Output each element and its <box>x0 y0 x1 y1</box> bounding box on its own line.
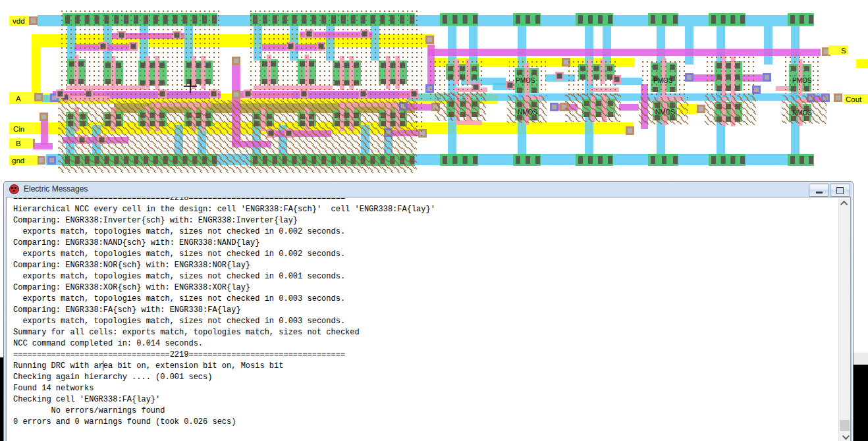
transistor-label-nmos: NMOS <box>518 109 537 116</box>
transistor-label-pmos: PMOS <box>653 77 673 84</box>
electric-desktop: vddACinBgndSCoutPMOSPMOSPMOSNMOSNMOSNMOS… <box>0 0 868 441</box>
minimize-button[interactable] <box>809 184 829 197</box>
port-label-a[interactable]: A <box>9 92 34 103</box>
text-caret <box>103 361 103 371</box>
scrollbar-thumb[interactable] <box>840 420 850 431</box>
transistor-label-nmos: NMOS <box>792 109 812 117</box>
messages-log[interactable]: =================================2218===… <box>7 197 838 441</box>
port-label-gnd[interactable]: gnd <box>9 155 38 165</box>
chevron-up-icon <box>840 200 847 207</box>
svg-text:A: A <box>16 95 21 103</box>
port-label-b[interactable]: B <box>9 138 33 148</box>
vertical-scrollbar[interactable] <box>838 197 850 441</box>
messages-content: =================================2218===… <box>6 197 851 441</box>
port-label-cout[interactable]: Cout <box>844 94 868 103</box>
svg-text:Cout: Cout <box>846 95 862 103</box>
svg-text:B: B <box>16 140 21 147</box>
transistor-label-pmos: PMOS <box>792 77 812 84</box>
svg-text:S: S <box>841 47 846 55</box>
background-window-edge <box>854 351 868 366</box>
svg-text:vdd: vdd <box>13 17 25 25</box>
port-label-cin[interactable]: Cin <box>9 122 36 134</box>
window-title: Electric Messages <box>24 184 88 194</box>
maximize-icon <box>836 187 844 194</box>
scroll-up-button[interactable] <box>839 197 850 209</box>
transistor-label-nmos: NMOS <box>655 109 675 116</box>
transistor-label-pmos: PMOS <box>516 77 535 84</box>
electric-messages-window: Electric Messages ======================… <box>3 181 854 441</box>
svg-text:gnd: gnd <box>12 157 24 165</box>
log-text: =================================2218===… <box>7 197 838 428</box>
desktop-background-right <box>854 365 868 441</box>
electric-app-icon <box>9 184 19 194</box>
scroll-down-button[interactable] <box>839 431 850 441</box>
window-controls <box>809 184 850 197</box>
minimize-icon <box>816 192 823 194</box>
layout-canvas[interactable]: vddACinBgndSCoutPMOSPMOSPMOSNMOSNMOSNMOS <box>0 0 868 175</box>
chevron-down-icon <box>842 432 849 439</box>
port-label-s[interactable]: S <box>828 45 848 55</box>
maximize-button[interactable] <box>830 184 850 197</box>
port-label-vdd[interactable]: vdd <box>9 16 29 26</box>
svg-text:Cin: Cin <box>13 125 24 133</box>
window-titlebar[interactable]: Electric Messages <box>4 182 853 196</box>
